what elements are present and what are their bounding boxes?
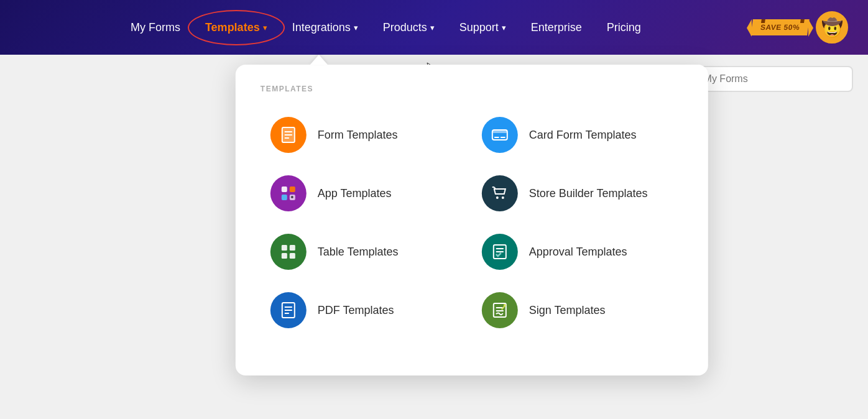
nav-label-pricing: Pricing	[607, 21, 641, 34]
card-form-templates-icon-circle	[482, 117, 518, 153]
sign-icon	[491, 301, 509, 320]
svg-rect-25	[290, 245, 295, 251]
nav-label-products: Products	[383, 21, 427, 34]
nav-label-my-forms: My Forms	[131, 21, 180, 34]
table-templates-icon-circle	[270, 234, 307, 270]
templates-dropdown: TEMPLATES Form Templates	[236, 55, 708, 375]
dropdown-item-table-templates[interactable]: Table Templates	[261, 225, 472, 279]
dropdown-item-card-form-templates[interactable]: Card Form Templates	[472, 108, 683, 162]
dropdown-item-app-templates[interactable]: App Templates	[261, 167, 472, 220]
store-icon	[491, 184, 509, 203]
nav-right: SAVE 50% 🤠	[752, 11, 848, 44]
templates-chevron-icon: ▾	[263, 23, 267, 32]
svg-rect-16	[282, 195, 287, 200]
nav-label-support: Support	[459, 21, 499, 34]
card-icon	[491, 126, 509, 144]
svg-rect-27	[290, 253, 295, 259]
nav-label-integrations: Integrations	[292, 21, 351, 34]
form-templates-icon-circle	[270, 117, 307, 153]
nav-item-enterprise[interactable]: Enterprise	[521, 16, 592, 39]
dropdown-item-approval-templates[interactable]: Approval Templates	[472, 225, 683, 279]
avatar[interactable]: 🤠	[816, 11, 848, 44]
approval-icon	[491, 242, 509, 261]
sign-templates-icon-circle	[482, 292, 518, 328]
nav-item-products[interactable]: Products ▾	[373, 16, 445, 39]
app-icon	[279, 184, 298, 203]
navbar: My Forms Templates ▾ Integrations ▾ Prod…	[0, 0, 868, 55]
dropdown-arrow	[310, 55, 328, 65]
nav-label-templates: Templates	[205, 21, 260, 34]
form-icon	[279, 126, 298, 144]
svg-rect-14	[282, 186, 287, 192]
svg-rect-15	[290, 186, 295, 192]
nav-item-support[interactable]: Support ▾	[450, 16, 516, 39]
table-icon	[279, 242, 298, 261]
dropdown-section-label: TEMPLATES	[261, 85, 683, 93]
svg-point-20	[496, 196, 499, 199]
store-builder-templates-icon-circle	[482, 175, 518, 211]
svg-point-21	[502, 196, 504, 199]
app-templates-icon-circle	[270, 175, 307, 211]
dropdown-grid: Form Templates Card Form Templates	[261, 108, 683, 337]
pdf-templates-icon-circle	[270, 292, 307, 328]
save-badge: SAVE 50%	[750, 19, 810, 35]
nav-item-integrations[interactable]: Integrations ▾	[282, 16, 368, 39]
svg-rect-26	[282, 253, 287, 259]
svg-point-39	[504, 304, 506, 306]
svg-rect-24	[282, 245, 287, 251]
save-badge-right-tab	[808, 19, 813, 37]
dropdown-panel: TEMPLATES Form Templates	[236, 65, 708, 375]
nav-label-enterprise: Enterprise	[531, 21, 582, 34]
nav-items: My Forms Templates ▾ Integrations ▾ Prod…	[20, 16, 752, 39]
dropdown-item-sign-templates[interactable]: Sign Templates	[472, 283, 683, 337]
dropdown-item-store-builder-templates[interactable]: Store Builder Templates	[472, 167, 683, 220]
dropdown-item-pdf-templates[interactable]: PDF Templates	[261, 283, 472, 337]
support-chevron-icon: ▾	[502, 23, 506, 32]
products-chevron-icon: ▾	[430, 23, 435, 32]
pdf-icon	[279, 301, 298, 320]
integrations-chevron-icon: ▾	[354, 23, 358, 32]
approval-templates-icon-circle	[482, 234, 518, 270]
svg-rect-11	[492, 130, 507, 133]
nav-item-my-forms[interactable]: My Forms	[121, 16, 190, 39]
save-badge-wrapper[interactable]: SAVE 50%	[752, 19, 808, 35]
nav-item-pricing[interactable]: Pricing	[597, 16, 651, 39]
dropdown-item-form-templates[interactable]: Form Templates	[261, 108, 472, 162]
nav-item-templates[interactable]: Templates ▾	[195, 16, 277, 39]
